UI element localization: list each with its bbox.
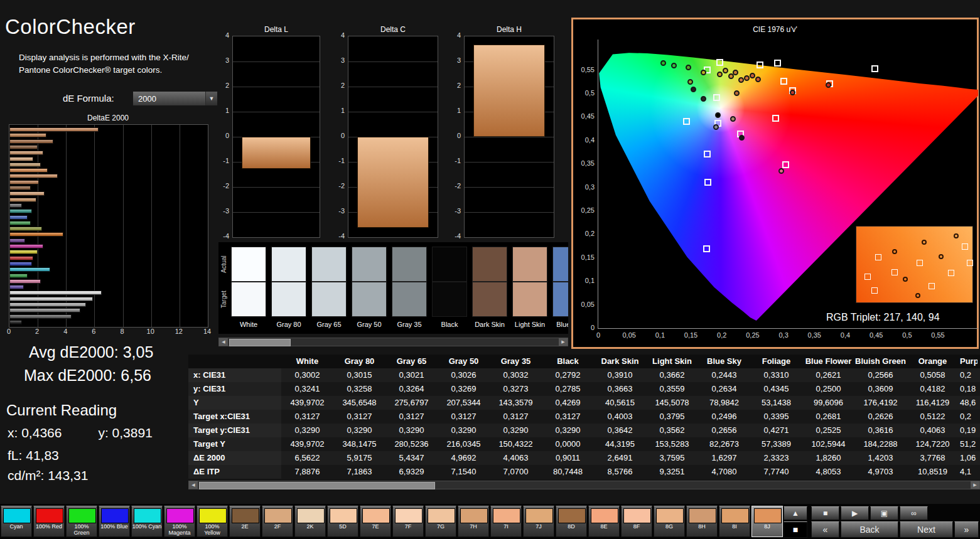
loop-button[interactable]: ∞ [900,506,928,520]
patch-button-100-magenta[interactable]: 100% Magenta [164,506,195,537]
chart-delta-c-title: Delta C [348,25,438,34]
cie-y-tick-label: 0,1 [585,277,595,284]
target-point [713,94,720,101]
patch-label: 2K [295,523,325,530]
inset-measured-point [954,233,959,238]
y-label: y: [98,425,108,440]
delta-c-chart-group: Delta C 43210-1-2-3-4 [330,25,439,242]
stop-button[interactable]: ■ [811,506,839,520]
patch-button-7h[interactable]: 7H [458,506,489,537]
patch-button-7e[interactable]: 7E [360,506,391,537]
scroll-left-icon[interactable]: ◀ [219,338,228,346]
patch-button-7g[interactable]: 7G [425,506,456,537]
capture-button[interactable]: ▣ [870,506,898,520]
patch-button-8h[interactable]: 8H [686,506,718,537]
patch-swatch [428,508,455,523]
swatch-scrollbar[interactable]: ◀ ▶ [218,338,568,346]
cie-x-tick-label: 0,25 [743,331,762,339]
measured-point [728,73,734,79]
patch-button-8g[interactable]: 8G [654,506,685,537]
table-header-cell: Foliage [750,355,802,368]
table-header-cell: Gray 35 [490,355,542,368]
patch-swatch [36,508,63,523]
patch-button-cyan[interactable]: Cyan [1,506,32,537]
table-row-label: Target y:CIE31 [188,424,281,437]
inset-measured-point [922,240,927,245]
patch-button-8i[interactable]: 8I [719,506,750,537]
y-tick-label: 3 [330,56,345,64]
cie-y-tick-label: 0,05 [581,301,595,308]
next-button[interactable]: Next [900,521,953,538]
table-cell: 0,3290 [438,424,490,437]
scroll-right-icon[interactable]: ▶ [971,481,979,489]
deltae-chart [9,124,208,328]
table-header-cell: Dark Skin [594,355,646,368]
cie-y-tick-label: 0,55 [581,66,595,73]
table-row: ΔE ITP7,88767,18636,93297,15407,070080,7… [188,465,980,479]
toolbar-up-button[interactable]: ▲ [783,506,807,520]
patch-swatch [68,508,96,523]
patch-label: 100% Cyan [132,523,162,530]
patch-button-8d[interactable]: 8D [556,506,587,537]
table-row-label: x: CIE31 [188,368,281,382]
fwd-button[interactable]: » [954,521,979,538]
table-cell: 0,2525 [802,424,854,437]
cie-y-tick-label: 0,45 [581,112,595,120]
de-formula-dropdown[interactable]: 2000 ▼ [132,91,218,106]
table-cell: 275,6797 [385,396,438,410]
patch-button-7f[interactable]: 7F [392,506,424,537]
measured-point [687,79,693,85]
cdm2-value: 143,31 [48,468,88,483]
table-cell: 4,4063 [490,451,542,465]
table-scrollbar[interactable]: ◀ ▶ [188,481,980,489]
patch-button-2k[interactable]: 2K [294,506,326,537]
table-header-cell: Gray 65 [385,355,438,368]
table-cell: 3,7595 [646,451,698,465]
table-cell: 0,3258 [333,382,385,396]
table-cell: 0,3127 [333,410,385,424]
table-header-cell: Blue Flower [802,355,854,368]
scrollbar-thumb[interactable] [229,339,291,346]
cie-x-tick-label: 0,5 [898,331,917,339]
inset-target-point [891,269,898,275]
table-cell: 0,4003 [594,410,646,424]
patch-button-8f[interactable]: 8F [621,506,652,537]
table-cell: 0,0000 [542,437,594,451]
table-cell: 7,1863 [333,465,385,479]
swatch-label: Blue Sky [552,321,568,328]
y-tick-label: -3 [446,207,461,215]
play-button[interactable]: ▶ [841,506,869,520]
de-formula-label: dE Formula: [63,93,114,104]
patch-button-100-blue[interactable]: 100% Blue [99,506,130,537]
scroll-left-icon[interactable]: ◀ [189,481,198,489]
swatch-column: Dark Skin [472,247,507,334]
patch-button-100-red[interactable]: 100% Red [33,506,65,537]
prev-button[interactable]: « [811,521,839,538]
patch-button-8e[interactable]: 8E [588,506,620,537]
patch-button-7j[interactable]: 7J [523,506,554,537]
swatch-label: Gray 80 [271,321,306,328]
cie-y-tick-label: 0,4 [585,136,595,144]
patch-button-2e[interactable]: 2E [229,506,261,537]
patch-label: 2F [262,523,293,530]
scrollbar-thumb[interactable] [199,482,435,489]
patch-button-100-yellow[interactable]: 100% Yellow [197,506,228,537]
patch-button-100-cyan[interactable]: 100% Cyan [131,506,163,537]
measured-point [713,124,719,130]
patch-button-2f[interactable]: 2F [262,506,293,537]
actual-swatch [311,247,347,282]
patch-button-5d[interactable]: 5D [327,506,358,537]
table-header-cell: Orange [907,355,959,368]
toolbar-marker-button[interactable]: ■ [783,521,807,538]
swatch-column: Light Skin [512,247,547,334]
table-cell: 0,3241 [281,382,333,396]
patch-button-100-green[interactable]: 100% Green [66,506,97,537]
patch-button-8j[interactable]: 8J [751,506,783,537]
scroll-right-icon[interactable]: ▶ [559,338,568,346]
back-button[interactable]: Back [841,521,898,538]
delta-e-bar [9,127,99,132]
table-cell: 0,2 [959,410,977,424]
patch-button-7i[interactable]: 7I [490,506,522,537]
measured-point [778,168,784,174]
patch-label: 7E [360,523,390,530]
